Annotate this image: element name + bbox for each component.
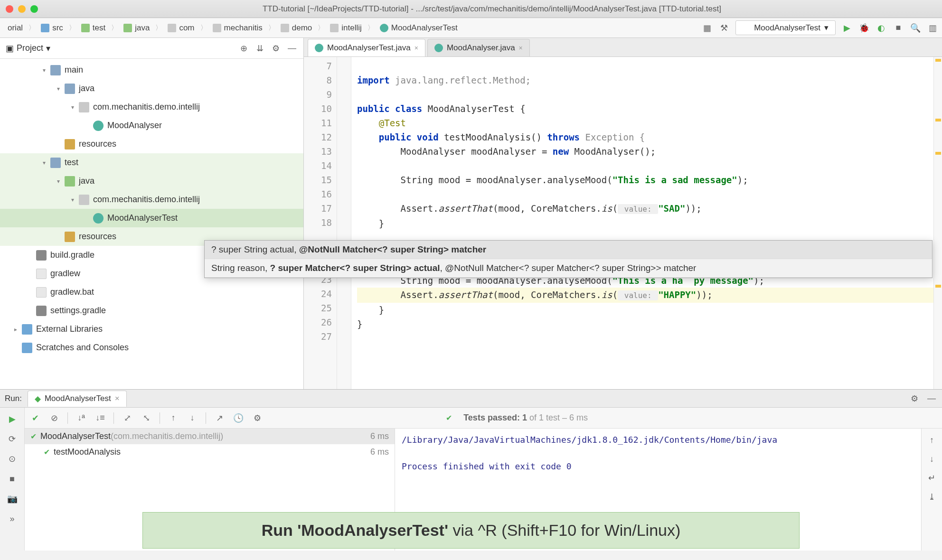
window-controls[interactable] bbox=[6, 5, 38, 13]
code-editor[interactable]: 789101112131415161718 222324252627 impor… bbox=[304, 57, 942, 389]
editor-tab[interactable]: MoodAnalyserTest.java× bbox=[308, 39, 425, 56]
disabled-icon[interactable]: ⊘ bbox=[48, 412, 60, 424]
warning-marker[interactable] bbox=[935, 152, 941, 155]
export-icon[interactable]: ↗ bbox=[214, 412, 225, 424]
hide-icon[interactable]: — bbox=[926, 393, 937, 404]
wrap-icon[interactable]: ↵ bbox=[926, 472, 938, 484]
maximize-window-icon[interactable] bbox=[30, 5, 38, 13]
breadcrumb[interactable]: MoodAnalyserTest bbox=[376, 21, 462, 35]
rerun-icon[interactable]: ▶ bbox=[7, 413, 18, 425]
gutter-icons[interactable] bbox=[337, 57, 351, 389]
tree-item[interactable]: resources bbox=[0, 135, 303, 153]
tree-item[interactable]: ▾main bbox=[0, 61, 303, 79]
breadcrumb[interactable]: demo bbox=[277, 21, 316, 35]
console-nav: ↑ ↓ ↵ ⤓ bbox=[921, 429, 942, 551]
gear-icon[interactable]: ⚙ bbox=[252, 412, 263, 424]
line-gutter[interactable]: 789101112131415161718 222324252627 bbox=[304, 57, 337, 389]
tree-item[interactable]: ▸External Libraries bbox=[0, 320, 303, 338]
stop-icon[interactable]: ■ bbox=[7, 473, 18, 485]
layout-icon[interactable]: ▥ bbox=[927, 22, 938, 34]
editor-tabs: MoodAnalyserTest.java× MoodAnalyser.java… bbox=[304, 38, 942, 57]
close-icon[interactable]: × bbox=[115, 394, 120, 403]
expand-icon[interactable]: ⤢ bbox=[122, 412, 133, 424]
test-toolbar: ✔ ⊘ ↓ª ↓≡ ⤢ ⤡ ↑ ↓ ↗ 🕓 ⚙ ✔ Tests passed: … bbox=[25, 408, 942, 429]
project-sidebar: ▣Project ▾ ⊕ ⇊ ⚙ — ▾main▾java▾com.mechan… bbox=[0, 38, 304, 389]
gear-icon[interactable]: ⚙ bbox=[270, 43, 282, 54]
stop-icon[interactable]: ■ bbox=[893, 22, 904, 34]
tree-item[interactable]: ▾java bbox=[0, 79, 303, 98]
sidebar-header: ▣Project ▾ ⊕ ⇊ ⚙ — bbox=[0, 38, 303, 59]
breadcrumb[interactable]: orial bbox=[4, 21, 27, 35]
minimize-window-icon[interactable] bbox=[18, 5, 26, 13]
breadcrumb[interactable]: src bbox=[37, 21, 67, 35]
chevron-down-icon[interactable]: ▾ bbox=[46, 43, 50, 54]
breadcrumb[interactable]: test bbox=[77, 21, 109, 35]
breadcrumb[interactable]: mechanitis bbox=[209, 21, 266, 35]
code-content[interactable]: import java.lang.reflect.Method; public … bbox=[351, 57, 942, 389]
tree-item[interactable]: gradlew.bat bbox=[0, 283, 303, 301]
project-tool-icon: ▣ bbox=[6, 43, 14, 54]
sort-icon[interactable]: ↓ª bbox=[75, 412, 87, 424]
check-icon: ✔ bbox=[30, 432, 37, 441]
breadcrumb[interactable]: com bbox=[164, 21, 198, 35]
up-icon[interactable]: ↑ bbox=[168, 412, 179, 424]
run-config-selector[interactable]: MoodAnalyserTest ▾ bbox=[735, 20, 836, 35]
project-tree[interactable]: ▾main▾java▾com.mechanitis.demo.intellijM… bbox=[0, 59, 303, 389]
run-label: Run: bbox=[5, 394, 22, 403]
coverage-icon[interactable]: ◐ bbox=[876, 22, 887, 34]
parameter-hint-popup[interactable]: ? super String actual, @NotNull Matcher<… bbox=[204, 240, 933, 278]
close-icon[interactable]: × bbox=[519, 44, 523, 52]
stop-icon[interactable]: ⊙ bbox=[7, 453, 18, 465]
navigation-bar: orial〉 src〉 test〉 java〉 com〉 mechanitis〉… bbox=[0, 18, 942, 38]
tree-item[interactable]: settings.gradle bbox=[0, 301, 303, 320]
test-row[interactable]: ✔ testMoodAnalysis 6 ms bbox=[25, 444, 395, 460]
check-icon: ✔ bbox=[44, 448, 50, 457]
error-stripe[interactable] bbox=[933, 57, 942, 389]
sidebar-title[interactable]: Project bbox=[17, 43, 43, 53]
hide-icon[interactable]: — bbox=[286, 43, 298, 54]
camera-icon[interactable]: 📷 bbox=[7, 493, 18, 504]
locate-icon[interactable]: ⊕ bbox=[238, 43, 249, 54]
titlebar: TTD-tutorial [~/IdeaProjects/TTD-tutoria… bbox=[0, 0, 942, 18]
collapse-icon[interactable]: ⇊ bbox=[254, 43, 265, 54]
scroll-icon[interactable]: ⤓ bbox=[926, 491, 938, 503]
build-icon[interactable]: ▦ bbox=[701, 22, 713, 34]
check-icon: ✔ bbox=[446, 413, 452, 422]
debug-icon[interactable]: 🐞 bbox=[858, 22, 870, 34]
close-window-icon[interactable] bbox=[6, 5, 13, 13]
tree-item[interactable]: ▾com.mechanitis.demo.intellij bbox=[0, 190, 303, 209]
search-icon[interactable]: 🔍 bbox=[910, 22, 921, 34]
warning-marker[interactable] bbox=[935, 59, 941, 62]
toggle-icon[interactable]: ⟳ bbox=[7, 433, 18, 445]
editor-tab[interactable]: MoodAnalyser.java× bbox=[427, 39, 530, 56]
run-config-label: MoodAnalyserTest bbox=[754, 23, 820, 33]
test-row[interactable]: ✔ MoodAnalyserTest (com.mechanitis.demo.… bbox=[25, 429, 395, 444]
tree-item[interactable]: ▾com.mechanitis.demo.intellij bbox=[0, 98, 303, 116]
breadcrumb[interactable]: java bbox=[120, 21, 153, 35]
test-status: Tests passed: 1 of 1 test – 6 ms bbox=[463, 413, 588, 423]
up-icon[interactable]: ↑ bbox=[926, 434, 938, 446]
hint-row[interactable]: String reason, ? super Matcher<? super S… bbox=[205, 259, 932, 278]
hint-row[interactable]: ? super String actual, @NotNull Matcher<… bbox=[205, 241, 932, 259]
warning-marker[interactable] bbox=[935, 119, 941, 121]
down-icon[interactable]: ↓ bbox=[926, 453, 938, 465]
tree-item[interactable]: Scratches and Consoles bbox=[0, 338, 303, 357]
warning-marker[interactable] bbox=[935, 285, 941, 288]
tree-item[interactable]: MoodAnalyserTest bbox=[0, 209, 303, 227]
tree-item[interactable]: ▾test bbox=[0, 153, 303, 172]
class-icon bbox=[434, 44, 443, 52]
close-icon[interactable]: × bbox=[414, 44, 418, 52]
run-icon[interactable]: ▶ bbox=[841, 22, 853, 34]
history-icon[interactable]: 🕓 bbox=[233, 412, 244, 424]
breadcrumb[interactable]: intellij bbox=[326, 21, 366, 35]
gear-icon[interactable]: ⚙ bbox=[909, 393, 920, 404]
tree-item[interactable]: MoodAnalyser bbox=[0, 116, 303, 135]
sort-icon[interactable]: ↓≡ bbox=[94, 412, 106, 424]
tree-item[interactable]: ▾java bbox=[0, 172, 303, 190]
run-tab[interactable]: ◆MoodAnalyserTest× bbox=[28, 391, 127, 407]
down-icon[interactable]: ↓ bbox=[187, 412, 198, 424]
check-icon[interactable]: ✔ bbox=[29, 412, 41, 424]
hammer-icon[interactable]: ⚒ bbox=[718, 22, 730, 34]
collapse-icon[interactable]: ⤡ bbox=[141, 412, 152, 424]
more-icon[interactable]: » bbox=[7, 513, 18, 524]
